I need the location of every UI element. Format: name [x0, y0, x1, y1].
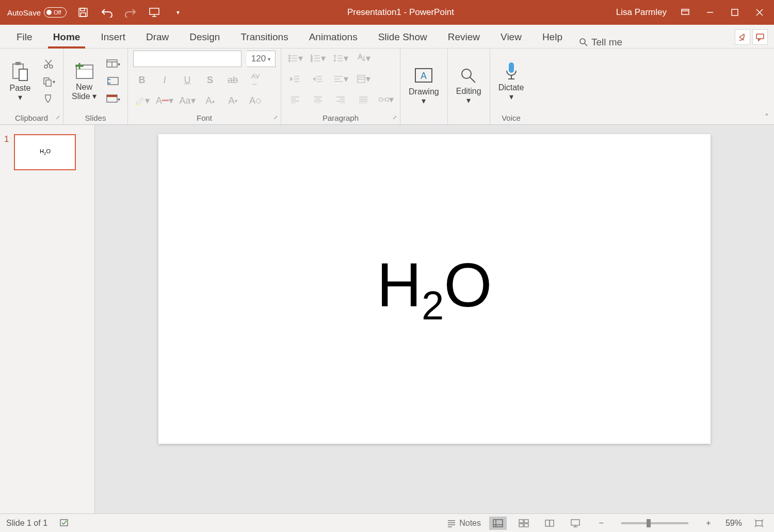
slideshow-view-icon[interactable] — [567, 517, 584, 530]
align-right-icon[interactable] — [332, 92, 349, 107]
reading-view-icon[interactable] — [541, 517, 558, 530]
align-left-icon[interactable] — [286, 92, 304, 107]
maximize-icon[interactable] — [729, 6, 741, 19]
copy-icon[interactable]: ▾ — [39, 75, 58, 88]
slide-text-formula[interactable]: H2O — [377, 249, 492, 329]
tab-help[interactable]: Help — [532, 26, 573, 48]
font-color-icon[interactable]: A▾ — [156, 93, 173, 108]
comments-icon[interactable] — [752, 29, 768, 45]
slide-thumbnail-1[interactable]: H2O — [14, 134, 76, 170]
normal-view-icon[interactable] — [489, 517, 507, 530]
align-center-icon[interactable] — [309, 92, 327, 107]
reset-icon[interactable] — [104, 75, 122, 88]
shadow-icon[interactable]: S — [201, 72, 219, 88]
svg-rect-3 — [150, 8, 159, 14]
change-case-icon[interactable]: Aa▾ — [179, 93, 196, 108]
drawing-button[interactable]: A Drawing▾ — [406, 65, 442, 107]
group-drawing: A Drawing▾ — [400, 49, 448, 124]
zoom-in-icon[interactable]: + — [700, 517, 717, 530]
fit-to-window-icon[interactable] — [750, 517, 768, 530]
start-slideshow-icon[interactable] — [147, 5, 162, 20]
editing-button[interactable]: Editing▾ — [453, 65, 485, 107]
tab-file[interactable]: File — [6, 26, 43, 48]
ribbon-display-icon[interactable] — [679, 6, 691, 19]
qat-customize-icon[interactable]: ▾ — [171, 5, 185, 20]
decrease-indent-icon[interactable] — [286, 71, 304, 87]
autosave-control[interactable]: AutoSave Off — [7, 7, 67, 18]
tell-me-search[interactable]: Tell me — [573, 37, 628, 48]
zoom-percent[interactable]: 59% — [725, 519, 742, 528]
svg-rect-87 — [60, 520, 68, 526]
clear-formatting-icon[interactable]: A◇ — [247, 93, 264, 108]
spellcheck-icon[interactable] — [56, 517, 73, 530]
numbering-icon[interactable]: 123▾ — [309, 51, 327, 66]
tab-transitions[interactable]: Transitions — [230, 26, 298, 48]
svg-line-10 — [585, 43, 587, 46]
zoom-slider[interactable] — [621, 522, 688, 524]
bold-icon[interactable]: B — [133, 72, 151, 88]
slide-counter[interactable]: Slide 1 of 1 — [6, 519, 47, 528]
svg-point-82 — [462, 69, 471, 78]
font-launcher-icon[interactable]: ⤢ — [273, 115, 278, 120]
italic-icon[interactable]: I — [156, 72, 173, 88]
tab-animations[interactable]: Animations — [299, 26, 368, 48]
align-text-icon[interactable]: ▾ — [332, 71, 349, 87]
collapse-ribbon-icon[interactable]: ˄ — [760, 110, 774, 124]
underline-icon[interactable]: U — [179, 72, 196, 88]
font-name-input[interactable] — [133, 51, 241, 67]
tab-home[interactable]: Home — [43, 26, 91, 48]
paste-button[interactable]: Paste▾ — [5, 59, 35, 104]
svg-point-34 — [288, 58, 290, 59]
font-size-input[interactable]: 120 ▾ — [247, 51, 276, 67]
clipboard-group-label: Clipboard — [15, 114, 48, 122]
section-icon[interactable]: ▾ — [104, 93, 122, 105]
user-name[interactable]: Lisa Parmley — [616, 7, 667, 18]
group-voice: Dictate▾ Voice — [490, 49, 533, 124]
tab-view[interactable]: View — [490, 26, 532, 48]
strikethrough-icon[interactable]: ab — [224, 72, 241, 88]
svg-point-36 — [288, 60, 290, 62]
tab-slideshow[interactable]: Slide Show — [368, 26, 438, 48]
close-icon[interactable] — [753, 6, 766, 19]
paragraph-launcher-icon[interactable]: ⤢ — [393, 115, 397, 120]
new-slide-button[interactable]: NewSlide ▾ — [69, 60, 100, 103]
undo-icon[interactable] — [100, 5, 114, 20]
sorter-view-icon[interactable] — [515, 517, 533, 530]
dictate-button[interactable]: Dictate▾ — [495, 59, 527, 103]
svg-rect-78 — [385, 98, 389, 101]
paste-icon — [11, 61, 29, 82]
tab-review[interactable]: Review — [438, 26, 490, 48]
share-icon[interactable] — [735, 29, 750, 45]
increase-indent-icon[interactable] — [309, 71, 327, 87]
zoom-out-icon[interactable]: − — [592, 517, 610, 530]
title-bar: AutoSave Off ▾ Presentation1 - PowerPoin… — [0, 0, 774, 25]
smartart-icon[interactable]: ▾ — [377, 92, 395, 107]
format-painter-icon[interactable] — [39, 93, 58, 105]
autosave-state: Off — [54, 9, 61, 15]
document-title: Presentation1 - PowerPoint — [185, 7, 616, 18]
shrink-font-icon[interactable]: A▾ — [224, 93, 241, 108]
cut-icon[interactable] — [39, 58, 58, 70]
redo-icon[interactable] — [123, 5, 138, 20]
highlight-icon[interactable]: ▾ — [133, 93, 151, 108]
tab-design[interactable]: Design — [179, 26, 230, 48]
notes-button[interactable]: Notes — [447, 517, 481, 530]
char-spacing-icon[interactable]: AV↔ — [247, 72, 264, 88]
layout-icon[interactable]: ▾ — [104, 58, 122, 70]
line-spacing-icon[interactable]: ▾ — [332, 51, 349, 66]
autosave-label: AutoSave — [7, 8, 41, 17]
grow-font-icon[interactable]: A▴ — [201, 93, 219, 108]
minimize-icon[interactable] — [704, 6, 716, 19]
tab-draw[interactable]: Draw — [136, 26, 179, 48]
slide-canvas-area[interactable]: H2O — [95, 125, 774, 513]
svg-point-32 — [288, 55, 290, 57]
bullets-icon[interactable]: ▾ — [286, 51, 304, 66]
thumb-number: 1 — [4, 134, 9, 504]
justify-icon[interactable] — [354, 92, 372, 107]
text-direction-icon[interactable]: A▾ — [354, 51, 372, 66]
clipboard-launcher-icon[interactable]: ⤢ — [56, 115, 60, 120]
columns-icon[interactable]: ▾ — [354, 71, 372, 87]
save-icon[interactable] — [76, 5, 90, 20]
slide[interactable]: H2O — [158, 134, 711, 444]
tab-insert[interactable]: Insert — [90, 26, 136, 48]
